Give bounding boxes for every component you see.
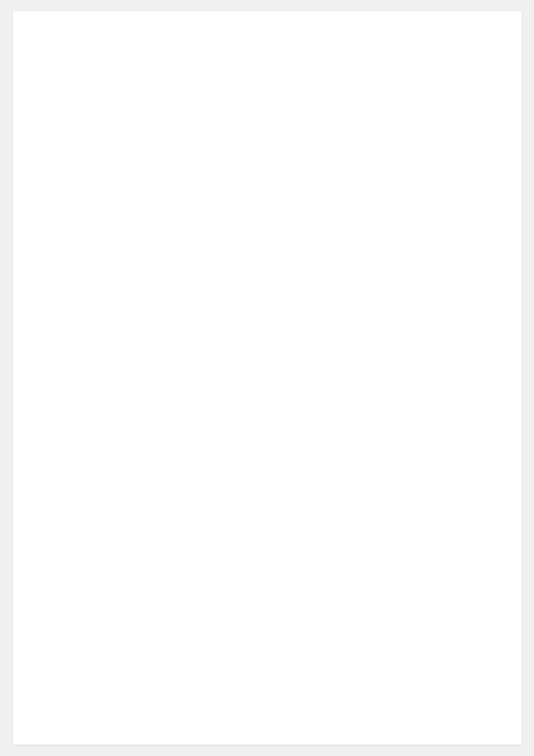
code-container	[13, 11, 522, 745]
